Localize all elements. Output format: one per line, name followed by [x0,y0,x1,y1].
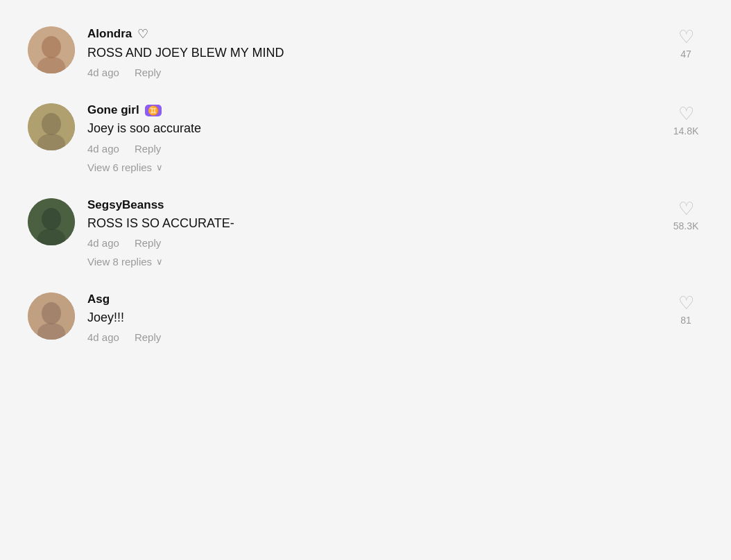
comment-meta: 4d agoReply [87,67,655,78]
username-row: SegsyBeanss [87,198,655,212]
heart-badge: ♡ [137,26,148,42]
heart-icon[interactable]: ♡ [678,200,694,218]
comment-text: ROSS IS SO ACCURATE- [87,215,655,231]
like-section: ♡47 [669,26,703,60]
view-replies-button[interactable]: View 8 replies∨ [87,256,163,268]
username: SegsyBeanss [87,198,164,212]
comment-list: Alondra♡ROSS AND JOEY BLEW MY MIND4d ago… [21,14,710,356]
username: Gone girl [87,103,139,117]
username-row: Gone girl♊ [87,103,655,117]
timestamp: 4d ago [87,331,119,343]
username-row: Alondra♡ [87,26,655,42]
comment-meta: 4d agoReply [87,237,655,249]
avatar [28,198,75,245]
heart-icon[interactable]: ♡ [678,294,694,312]
timestamp: 4d ago [87,143,119,155]
like-count: 81 [680,315,691,326]
avatar [28,103,75,150]
comment-body: SegsyBeanssROSS IS SO ACCURATE-4d agoRep… [87,198,655,268]
chevron-down-icon: ∨ [156,256,163,267]
chevron-down-icon: ∨ [156,162,163,173]
heart-icon[interactable]: ♡ [678,105,694,123]
reply-button[interactable]: Reply [135,143,161,155]
comment-text: Joey is soo accurate [87,120,655,137]
username: Asg [87,292,110,306]
reply-button[interactable]: Reply [135,67,161,78]
like-section: ♡81 [669,292,703,326]
reply-button[interactable]: Reply [135,237,161,249]
svg-point-7 [42,208,61,230]
reply-button[interactable]: Reply [135,331,161,343]
comment-text: Joey!!! [87,309,655,326]
username: Alondra [87,27,132,41]
comment-body: AsgJoey!!!4d agoReply [87,292,655,343]
view-replies-button[interactable]: View 6 replies∨ [87,161,163,173]
like-count: 14.8K [673,125,699,137]
like-count: 58.3K [673,220,699,231]
username-row: Asg [87,292,655,306]
like-section: ♡14.8K [669,103,703,137]
svg-point-10 [42,302,61,324]
timestamp: 4d ago [87,237,119,249]
comment-text: ROSS AND JOEY BLEW MY MIND [87,44,655,61]
svg-point-1 [42,36,61,58]
comment-body: Gone girl♊Joey is soo accurate4d agoRepl… [87,103,655,173]
avatar [28,26,75,73]
comment-item: Alondra♡ROSS AND JOEY BLEW MY MIND4d ago… [21,14,710,91]
avatar [28,292,75,340]
view-replies-label: View 6 replies [87,161,152,173]
comment-body: Alondra♡ROSS AND JOEY BLEW MY MIND4d ago… [87,26,655,78]
heart-icon[interactable]: ♡ [678,28,694,46]
like-count: 47 [680,49,691,60]
comment-meta: 4d agoReply [87,143,655,155]
like-section: ♡58.3K [669,198,703,231]
comment-item: Gone girl♊Joey is soo accurate4d agoRepl… [21,91,710,185]
gemini-badge: ♊ [145,105,162,116]
comment-item: SegsyBeanssROSS IS SO ACCURATE-4d agoRep… [21,186,710,280]
svg-point-4 [42,113,61,135]
view-replies-label: View 8 replies [87,256,152,268]
comment-meta: 4d agoReply [87,331,655,343]
comment-item: AsgJoey!!!4d agoReply♡81 [21,280,710,356]
timestamp: 4d ago [87,67,119,78]
